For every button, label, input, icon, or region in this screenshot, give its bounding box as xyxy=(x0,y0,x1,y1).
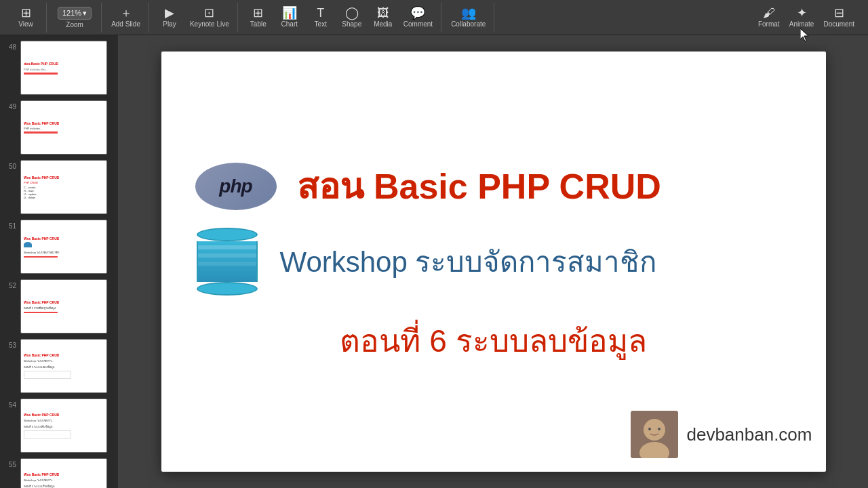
slide-preview-48: สอน Basic PHP CRUD PHP includes files... xyxy=(20,41,107,95)
keynote-live-button[interactable]: ⊡ Keynote Live xyxy=(186,3,233,33)
text-icon: T xyxy=(317,7,324,19)
shape-button[interactable]: ◯ Shape xyxy=(337,3,367,33)
svg-point-4 xyxy=(658,428,660,430)
collaborate-label: Collaborate xyxy=(451,20,486,28)
play-group: ▶ Play ⊡ Keynote Live xyxy=(151,3,238,33)
slide-thumbnail-55[interactable]: 55 Wss Basic PHP CRUD Workshop: ระบบจัดก… xyxy=(0,455,118,488)
format-button[interactable]: 🖌 Format xyxy=(754,3,784,33)
db-body xyxy=(197,241,258,282)
watermark-text: devbanban.com xyxy=(686,424,812,445)
animate-label: Animate xyxy=(789,20,814,28)
document-button[interactable]: ⊟ Document xyxy=(819,3,859,33)
view-group: ⊞ View xyxy=(5,3,47,33)
keynote-live-icon: ⊡ xyxy=(204,7,214,19)
svg-point-3 xyxy=(648,428,651,430)
keynote-live-label: Keynote Live xyxy=(190,20,229,28)
add-slide-icon: ＋ xyxy=(120,7,132,19)
slide-number-54: 54 xyxy=(4,401,16,409)
avatar xyxy=(631,411,678,458)
comment-icon: 💬 xyxy=(410,7,425,19)
collaborate-group: 👥 Collaborate xyxy=(443,3,494,33)
slide-number-49: 49 xyxy=(4,103,16,110)
slide-thumbnail-50[interactable]: 50 Wss Basic PHP CRUD PHP CRUD C - creat… xyxy=(0,157,118,217)
add-slide-label: Add Slide xyxy=(111,20,140,28)
title-son: สอน xyxy=(297,167,374,206)
view-label: View xyxy=(18,20,33,28)
slide-row-episode: ตอนที่ 6 ระบบลบข้อมูล xyxy=(195,316,792,365)
document-label: Document xyxy=(823,20,854,28)
right-tools-group: 🖌 Format ✦ Animate ⊟ Document xyxy=(750,3,863,33)
add-slide-button[interactable]: ＋ Add Slide xyxy=(107,3,144,33)
comment-label: Comment xyxy=(403,20,433,28)
chart-label: Chart xyxy=(281,20,298,28)
slide-preview-54: Wss Basic PHP CRUD Workshop: ระบบจัดการ.… xyxy=(20,399,107,453)
slide-number-51: 51 xyxy=(4,222,16,230)
slide-number-50: 50 xyxy=(4,163,16,170)
db-stripe-2 xyxy=(198,253,256,258)
svg-point-1 xyxy=(644,419,665,441)
slide-workshop-text: Workshop ระบบจัดการสมาชิก xyxy=(280,239,657,284)
play-label: Play xyxy=(163,20,176,28)
comment-button[interactable]: 💬 Comment xyxy=(399,3,437,33)
media-label: Media xyxy=(374,20,392,28)
avatar-svg xyxy=(631,411,678,458)
php-logo-text: php xyxy=(219,176,252,197)
php-logo: php xyxy=(195,163,277,210)
format-icon: 🖌 xyxy=(763,7,775,19)
title-basic: Basic xyxy=(374,167,477,206)
zoom-group: 121% ▾ Zoom xyxy=(48,3,102,33)
zoom-button[interactable]: 121% ▾ Zoom xyxy=(54,3,96,33)
text-button[interactable]: T Text xyxy=(306,3,336,33)
slide-preview-55: Wss Basic PHP CRUD Workshop: ระบบจัดการ.… xyxy=(20,458,107,488)
slide-thumbnail-48[interactable]: 48 สอน Basic PHP CRUD PHP includes files… xyxy=(0,38,118,98)
slide-preview-51: Wss Basic PHP CRUD Workshop ระบบจัดการสม… xyxy=(20,220,107,274)
slide-thumbnail-52[interactable]: 52 Wss Basic PHP CRUD ตอนที่ 2 การเชื่อม… xyxy=(0,277,118,336)
slide-thumbnail-54[interactable]: 54 Wss Basic PHP CRUD Workshop: ระบบจัดก… xyxy=(0,396,118,455)
slide-row-title: php สอน Basic PHP CRUD xyxy=(195,158,661,214)
slide-number-52: 52 xyxy=(4,282,16,289)
main-area: 48 สอน Basic PHP CRUD PHP includes files… xyxy=(0,35,868,488)
main-toolbar: ⊞ View 121% ▾ Zoom ＋ Add Slide ▶ Play ⊡ … xyxy=(0,0,868,35)
slide-canvas: php สอน Basic PHP CRUD xyxy=(161,52,826,472)
slide-episode-text: ตอนที่ 6 ระบบลบข้อมูล xyxy=(340,316,646,365)
chart-icon: 📊 xyxy=(282,7,297,19)
collaborate-icon: 👥 xyxy=(461,7,476,19)
watermark: devbanban.com xyxy=(631,411,812,458)
slide-preview-52: Wss Basic PHP CRUD ตอนที่ 2 การเชื่อมฐาน… xyxy=(20,279,107,333)
slide-number-53: 53 xyxy=(4,342,16,349)
db-bottom xyxy=(197,282,258,296)
slide-number-48: 48 xyxy=(4,43,16,51)
slide-number-55: 55 xyxy=(4,461,16,468)
db-stripe-3 xyxy=(198,262,256,266)
db-stripe-1 xyxy=(198,245,256,249)
chart-button[interactable]: 📊 Chart xyxy=(275,3,304,33)
database-icon xyxy=(195,228,260,296)
play-icon: ▶ xyxy=(165,7,174,19)
slide-thumbnail-53[interactable]: 53 Wss Basic PHP CRUD Workshop: ระบบจัดก… xyxy=(0,336,118,396)
db-top xyxy=(197,228,258,241)
slide-preview-49: Wss Basic PHP CRUD PHP includes... xyxy=(20,100,107,155)
slide-panel[interactable]: 48 สอน Basic PHP CRUD PHP includes files… xyxy=(0,35,119,488)
table-button[interactable]: ⊞ Table xyxy=(243,3,273,33)
media-icon: 🖼 xyxy=(377,7,389,19)
animate-button[interactable]: ✦ Animate xyxy=(785,3,818,33)
add-slide-group: ＋ Add Slide xyxy=(103,3,149,33)
text-label: Text xyxy=(315,20,327,28)
slide-thumbnail-51[interactable]: 51 Wss Basic PHP CRUD Workshop ระบบจัดกา… xyxy=(0,217,118,277)
slide-title: สอน Basic PHP CRUD xyxy=(297,158,661,214)
slide-preview-50: Wss Basic PHP CRUD PHP CRUD C - createR … xyxy=(20,160,107,214)
slide-thumbnail-49[interactable]: 49 Wss Basic PHP CRUD PHP includes... xyxy=(0,98,118,157)
table-icon: ⊞ xyxy=(253,7,263,19)
media-button[interactable]: 🖼 Media xyxy=(368,3,398,33)
title-php: PHP xyxy=(477,167,559,206)
collaborate-button[interactable]: 👥 Collaborate xyxy=(447,3,490,33)
play-button[interactable]: ▶ Play xyxy=(155,3,184,33)
zoom-label: Zoom xyxy=(66,21,83,28)
slide-main-view[interactable]: php สอน Basic PHP CRUD xyxy=(119,35,868,488)
zoom-value: 121% xyxy=(62,9,81,17)
shape-label: Shape xyxy=(342,20,361,28)
slide-row-workshop: Workshop ระบบจัดการสมาชิก xyxy=(195,228,657,296)
view-button[interactable]: ⊞ View xyxy=(11,3,41,33)
slide-preview-53: Wss Basic PHP CRUD Workshop: ระบบจัดการ.… xyxy=(20,339,107,393)
zoom-chevron-icon: ▾ xyxy=(83,9,87,18)
